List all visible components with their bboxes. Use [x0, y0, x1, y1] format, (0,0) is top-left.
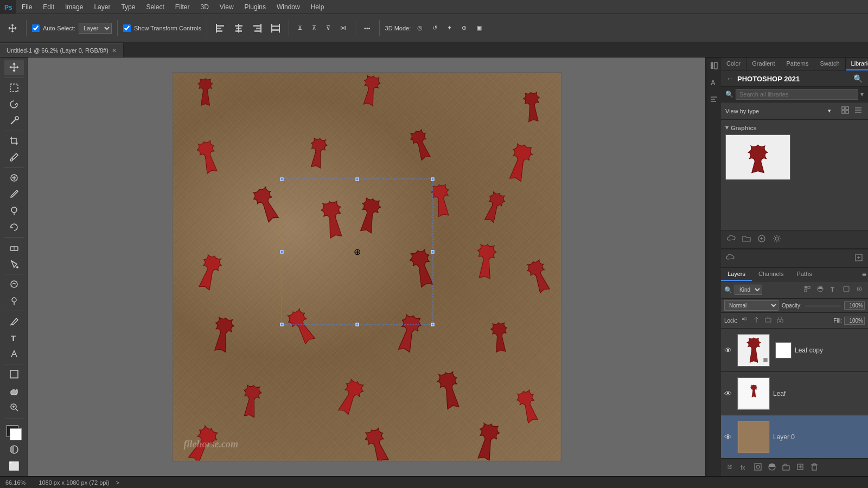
blur-tool[interactable] — [4, 277, 24, 292]
delete-layer-btn[interactable] — [809, 461, 820, 474]
view-grid-button[interactable] — [840, 105, 851, 117]
layer-vis-leaf[interactable]: 👁 — [724, 389, 734, 398]
paint-bucket-tool[interactable] — [4, 256, 24, 272]
opacity-slider[interactable] — [805, 305, 841, 307]
dodge-tool[interactable] — [4, 293, 24, 309]
lock-all-btn[interactable] — [775, 314, 785, 326]
cloud-icon-button[interactable] — [725, 233, 737, 246]
menu-view[interactable]: View — [214, 0, 239, 14]
document-tab[interactable]: Untitled-1 @ 66.2% (Layer 0, RGB/8#) ✕ — [0, 43, 124, 57]
view-list-button[interactable] — [853, 105, 864, 117]
opacity-input[interactable] — [844, 301, 865, 310]
back-button[interactable]: ← — [726, 74, 734, 83]
new-layer-button[interactable] — [853, 252, 865, 265]
search-dropdown-icon[interactable]: ▾ — [860, 91, 864, 98]
eyedropper-tool[interactable] — [4, 150, 24, 165]
clone-stamp-tool[interactable] — [4, 203, 24, 219]
menu-image[interactable]: Image — [60, 0, 88, 14]
tab-libraries[interactable]: Libraries — [846, 57, 868, 70]
filter-effect-btn[interactable] — [854, 284, 865, 296]
distribute-bottom-button[interactable]: ⊽ — [323, 22, 334, 34]
hand-tool[interactable] — [4, 383, 24, 399]
menu-file[interactable]: File — [16, 0, 37, 14]
folder-button[interactable] — [741, 233, 752, 246]
crop-tool[interactable] — [4, 133, 24, 149]
close-tab-button[interactable]: ✕ — [112, 43, 117, 57]
canvas-content[interactable]: ⊕ filehorse.com — [173, 73, 561, 461]
align-fill-button[interactable] — [268, 22, 283, 35]
layer-vis-layer0[interactable]: 👁 — [724, 433, 734, 441]
menu-plugins[interactable]: Plugins — [239, 0, 271, 14]
layers-cloud-icon[interactable] — [724, 252, 736, 265]
tab-layers[interactable]: Layers — [721, 268, 752, 281]
filter-type-btn[interactable]: T — [828, 284, 839, 296]
new-layer-btn-bottom[interactable] — [795, 461, 806, 474]
align-right-button[interactable] — [250, 22, 265, 35]
group-btn[interactable] — [781, 461, 792, 474]
sidebar-libraries-icon[interactable] — [708, 60, 720, 73]
section-collapse-icon[interactable]: ▾ — [725, 124, 729, 131]
move-tool-button[interactable] — [4, 21, 21, 35]
menu-layer[interactable]: Layer — [88, 0, 116, 14]
transform-checkbox[interactable] — [123, 24, 131, 32]
text-tool[interactable]: T — [4, 330, 24, 345]
tab-channels[interactable]: Channels — [752, 268, 790, 281]
align-center-button[interactable] — [231, 22, 246, 35]
link-layers-btn[interactable] — [724, 461, 735, 474]
layers-menu-button[interactable]: ≡ — [860, 268, 868, 281]
auto-select-checkbox[interactable] — [32, 24, 40, 32]
3d-btn-3[interactable]: ✦ — [444, 22, 455, 34]
settings-button[interactable] — [771, 233, 783, 246]
fill-input[interactable] — [844, 317, 865, 325]
magic-wand-tool[interactable] — [4, 113, 24, 129]
filter-smart-btn[interactable] — [841, 284, 852, 296]
tab-swatch[interactable]: Swatch — [814, 57, 845, 70]
align-left-button[interactable] — [213, 22, 228, 35]
distribute-top-button[interactable]: ⊻ — [295, 22, 305, 34]
add-item-button[interactable] — [756, 233, 768, 246]
menu-filter[interactable]: Filter — [170, 0, 195, 14]
zoom-tool[interactable] — [4, 400, 24, 415]
eraser-tool[interactable] — [4, 240, 24, 255]
screen-mode-button[interactable]: ⬜ — [4, 458, 24, 474]
view-by-type-label[interactable]: View by type — [725, 108, 826, 114]
adjustment-btn[interactable] — [767, 461, 777, 474]
quick-mask-button[interactable] — [4, 442, 24, 458]
menu-3d[interactable]: 3D — [195, 0, 214, 14]
filter-adj-btn[interactable] — [815, 284, 826, 296]
lasso-tool[interactable] — [4, 97, 24, 112]
3d-btn-5[interactable]: ▣ — [473, 22, 485, 34]
path-select-tool[interactable] — [4, 346, 24, 362]
menu-edit[interactable]: Edit — [37, 0, 60, 14]
healing-tool[interactable] — [4, 170, 24, 185]
distribute-center-button[interactable]: ⊼ — [309, 22, 320, 34]
tab-gradient[interactable]: Gradient — [746, 57, 781, 70]
layer-row-leaf-copy[interactable]: 👁 Leaf copy — [721, 329, 868, 372]
lib-search-icon-btn[interactable]: 🔍 — [853, 74, 863, 83]
lock-pixels-btn[interactable] — [739, 314, 749, 326]
tab-patterns[interactable]: Patterns — [781, 57, 815, 70]
sidebar-align-icon[interactable] — [708, 93, 720, 107]
lock-artboard-btn[interactable] — [763, 314, 773, 326]
3d-btn-4[interactable]: ⊕ — [458, 22, 470, 34]
sidebar-type-icon[interactable]: A — [708, 76, 720, 90]
effects-btn[interactable]: fx — [738, 461, 749, 474]
menu-window[interactable]: Window — [271, 0, 305, 14]
filter-pixel-btn[interactable] — [802, 284, 813, 296]
layer-row-leaf[interactable]: 👁 Leaf — [721, 372, 868, 415]
blend-mode-select[interactable]: Normal Multiply Screen — [724, 300, 778, 311]
add-mask-btn[interactable] — [752, 461, 763, 474]
canvas-area[interactable]: ⊕ filehorse.com — [28, 57, 705, 476]
layer-row-layer0[interactable]: 👁 Layer 0 — [721, 415, 868, 459]
3d-btn-1[interactable]: ◎ — [414, 22, 426, 34]
layer-vis-leaf-copy[interactable]: 👁 — [724, 346, 734, 355]
lib-item-leaf[interactable]: Leaf — [725, 134, 790, 179]
filter-kind-select[interactable]: Kind — [735, 285, 762, 295]
color-swatches[interactable] — [4, 423, 24, 439]
marquee-tool[interactable] — [4, 80, 24, 95]
more-options-button[interactable]: ••• — [361, 23, 374, 34]
search-input[interactable] — [736, 89, 858, 100]
distribute-left-button[interactable]: ⋈ — [337, 22, 349, 34]
tab-color[interactable]: Color — [721, 57, 746, 70]
tab-paths[interactable]: Paths — [790, 268, 819, 281]
